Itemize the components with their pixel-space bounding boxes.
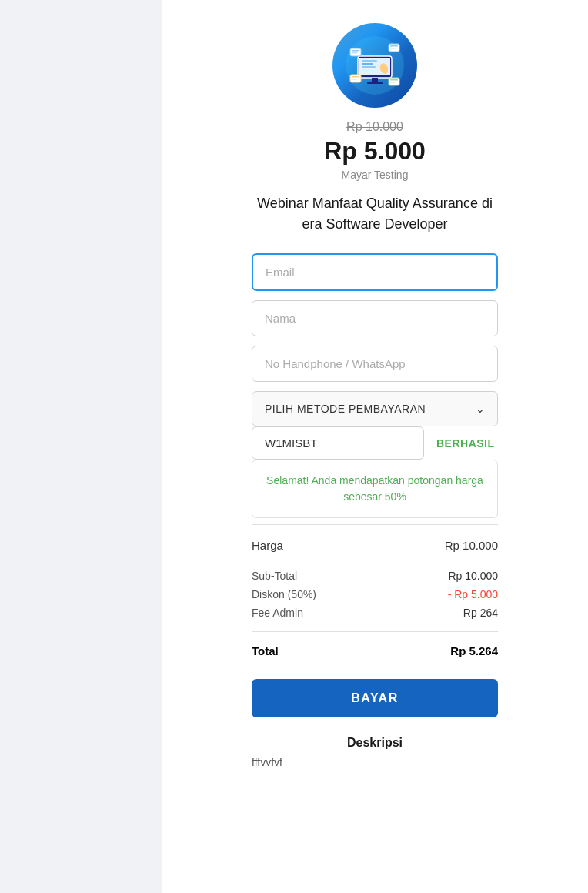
current-price: Rp 5.000 — [324, 137, 426, 166]
svg-rect-16 — [390, 79, 398, 81]
diskon-row: Diskon (50%) - Rp 5.000 — [252, 585, 498, 604]
svg-rect-19 — [352, 76, 359, 78]
fee-row: Fee Admin Rp 264 — [252, 604, 498, 622]
product-title: Webinar Manfaat Quality Assurance di era… — [252, 193, 498, 235]
email-input[interactable] — [252, 253, 498, 291]
harga-label: Harga — [252, 539, 283, 552]
price-section: Harga Rp 10.000 Sub-Total Rp 10.000 Disk… — [252, 531, 498, 667]
form-section: PILIH METODE PEMBAYARAN ⌄ — [252, 253, 498, 426]
svg-rect-10 — [352, 50, 359, 52]
chevron-down-icon: ⌄ — [476, 403, 486, 415]
harga-row: Harga Rp 10.000 — [252, 531, 498, 560]
main-content: Rp 10.000 Rp 5.000 Mayar Testing Webinar… — [162, 0, 588, 893]
divider-1 — [252, 524, 498, 525]
product-image — [332, 23, 417, 108]
harga-value: Rp 10.000 — [445, 539, 498, 552]
svg-rect-4 — [362, 63, 373, 65]
svg-rect-7 — [372, 78, 378, 82]
phone-input[interactable] — [252, 346, 498, 382]
success-text: Selamat! Anda mendapatkan potongan harga… — [266, 474, 483, 503]
sub-total-section: Sub-Total Rp 10.000 Diskon (50%) - Rp 5.… — [252, 560, 498, 628]
total-label: Total — [252, 644, 279, 657]
svg-rect-14 — [390, 48, 396, 49]
payment-method-dropdown[interactable]: PILIH METODE PEMBAYARAN ⌄ — [252, 391, 498, 426]
nama-input[interactable] — [252, 300, 498, 336]
svg-rect-8 — [367, 82, 383, 84]
original-price: Rp 10.000 — [346, 120, 403, 134]
bayar-button[interactable]: BAYAR — [252, 679, 498, 717]
deskripsi-section: Deskripsi fffvvfvf — [252, 736, 498, 768]
svg-rect-20 — [352, 79, 357, 80]
success-message: Selamat! Anda mendapatkan potongan harga… — [252, 460, 498, 518]
left-sidebar — [0, 0, 162, 893]
total-row: Total Rp 5.264 — [252, 635, 498, 667]
coupon-input[interactable] — [252, 426, 424, 460]
berhasil-badge: BERHASIL — [430, 434, 501, 453]
product-image-container — [332, 23, 417, 108]
total-value: Rp 5.264 — [450, 644, 498, 657]
fee-value: Rp 264 — [463, 607, 498, 619]
svg-rect-5 — [362, 66, 376, 68]
diskon-value: - Rp 5.000 — [448, 588, 498, 600]
page-wrapper: Rp 10.000 Rp 5.000 Mayar Testing Webinar… — [0, 0, 588, 893]
deskripsi-text: fffvvfvf — [252, 756, 498, 768]
diskon-label: Diskon (50%) — [252, 588, 316, 600]
svg-rect-11 — [352, 52, 357, 54]
subtotal-value: Rp 10.000 — [448, 570, 498, 582]
divider-2 — [252, 631, 498, 632]
svg-rect-17 — [390, 82, 396, 83]
deskripsi-title: Deskripsi — [252, 736, 498, 750]
seller-name: Mayar Testing — [342, 169, 409, 181]
payment-method-label: PILIH METODE PEMBAYARAN — [265, 403, 426, 415]
subtotal-row: Sub-Total Rp 10.000 — [252, 567, 498, 585]
svg-rect-3 — [362, 60, 377, 62]
subtotal-label: Sub-Total — [252, 570, 297, 582]
svg-rect-13 — [390, 45, 398, 47]
fee-label: Fee Admin — [252, 607, 303, 619]
coupon-row: BERHASIL — [252, 426, 498, 460]
